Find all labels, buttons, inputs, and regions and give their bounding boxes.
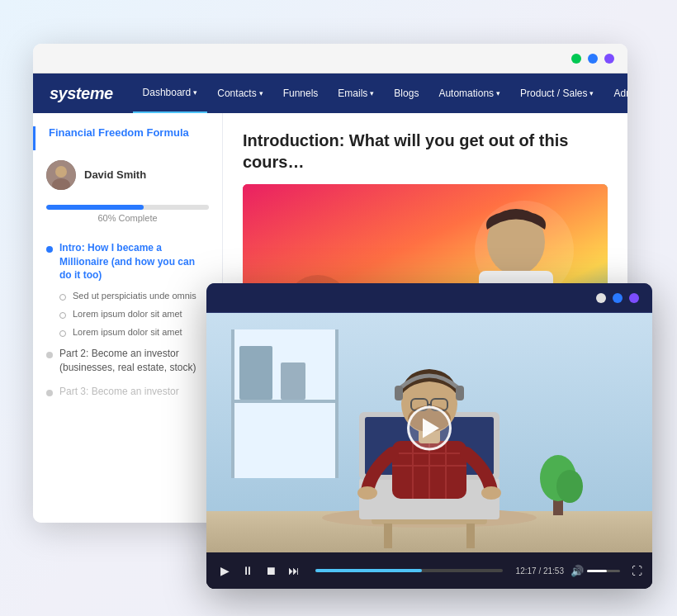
- stop-button[interactable]: ⏹: [263, 564, 279, 577]
- windows-wrapper: systeme Dashboard ▾ Contacts ▾ Funnels E…: [17, 19, 660, 597]
- bullet-1: [46, 243, 53, 257]
- nav-blogs[interactable]: Blogs: [384, 73, 428, 113]
- svg-rect-12: [231, 400, 338, 403]
- nav-dashboard[interactable]: Dashboard ▾: [133, 73, 208, 113]
- sub-bullet-2: [59, 310, 66, 320]
- front-dot-purple: [629, 293, 639, 303]
- svg-point-41: [481, 486, 501, 500]
- emails-caret: ▾: [370, 89, 374, 97]
- brand-text: systeme: [50, 84, 113, 102]
- back-dot-blue: [588, 54, 598, 64]
- svg-rect-39: [456, 386, 464, 400]
- nav-administration[interactable]: Administration: [604, 73, 627, 113]
- sub-bullet-3: [59, 329, 66, 339]
- section-item-3[interactable]: Part 3: Become an investor: [33, 380, 222, 405]
- time-display: 12:17 / 21:53: [516, 566, 564, 576]
- progress-section: 60% Complete: [33, 200, 222, 233]
- section-item-2[interactable]: Part 2: Become an investor (businesses, …: [33, 342, 222, 380]
- bullet-3: [46, 386, 53, 400]
- video-scene: [206, 313, 652, 552]
- svg-rect-38: [395, 386, 403, 400]
- skip-forward-button[interactable]: ⏭: [286, 564, 302, 577]
- nav-items: Dashboard ▾ Contacts ▾ Funnels Emails ▾ …: [133, 73, 627, 113]
- sub-item-3[interactable]: Lorem ipsum dolor sit amet: [33, 324, 222, 342]
- front-dot-blue: [613, 293, 623, 303]
- video-player: ▶ ⏸ ⏹ ⏭ 12:17 / 21:53: [206, 313, 652, 589]
- back-titlebar: [33, 44, 627, 73]
- svg-rect-10: [231, 329, 234, 478]
- avatar: [46, 160, 76, 190]
- volume-section: 🔊: [570, 565, 620, 577]
- bullet-2: [46, 348, 53, 362]
- sidebar: Financial Freedom Formula David Smith: [33, 113, 223, 523]
- back-dot-green: [571, 54, 581, 64]
- sub-item-1[interactable]: Sed ut perspiciatis unde omnis: [33, 287, 222, 306]
- dashboard-caret: ▾: [193, 88, 197, 97]
- nav-contacts[interactable]: Contacts ▾: [207, 73, 272, 113]
- sidebar-course-title: Financial Freedom Formula: [33, 126, 222, 150]
- svg-rect-14: [281, 362, 305, 400]
- progress-fill: [315, 569, 422, 572]
- user-info: David Smith: [33, 150, 222, 200]
- play-button[interactable]: [407, 406, 452, 451]
- course-title: Introduction: What will you get out of t…: [243, 130, 608, 173]
- progress-track[interactable]: [315, 569, 503, 572]
- play-icon: [423, 419, 439, 438]
- svg-rect-11: [335, 329, 338, 478]
- nav-automations[interactable]: Automations ▾: [428, 73, 510, 113]
- fullscreen-button[interactable]: ⛶: [632, 565, 642, 577]
- svg-point-40: [357, 486, 377, 500]
- progress-label: 60% Complete: [46, 213, 209, 223]
- progress-bar-inner: [46, 205, 144, 210]
- play-pause-button[interactable]: ▶: [216, 564, 233, 577]
- contacts-caret: ▾: [259, 89, 263, 97]
- svg-point-25: [556, 470, 583, 503]
- avatar-svg: [46, 160, 76, 190]
- user-name: David Smith: [84, 168, 146, 181]
- front-dot-white: [596, 293, 606, 303]
- section-item-1[interactable]: Intro: How I became a Millionaire (and h…: [33, 236, 222, 287]
- svg-rect-19: [466, 524, 475, 548]
- back-dot-purple: [604, 54, 614, 64]
- avatar-image: [46, 160, 76, 190]
- volume-bar[interactable]: [587, 570, 620, 572]
- svg-point-1: [55, 166, 67, 178]
- nav-emails[interactable]: Emails ▾: [328, 73, 384, 113]
- nav-funnels[interactable]: Funnels: [273, 73, 329, 113]
- browser-front: ▶ ⏸ ⏹ ⏭ 12:17 / 21:53: [206, 283, 652, 589]
- sub-bullet-1: [59, 292, 66, 302]
- volume-icon[interactable]: 🔊: [570, 565, 584, 577]
- nav-product-sales[interactable]: Product / Sales ▾: [510, 73, 604, 113]
- front-titlebar: [206, 283, 652, 313]
- automations-caret: ▾: [496, 89, 500, 97]
- brand-logo[interactable]: systeme: [50, 84, 113, 103]
- svg-rect-13: [239, 346, 272, 400]
- product-caret: ▾: [589, 89, 594, 97]
- pause-button[interactable]: ⏸: [239, 564, 256, 577]
- volume-fill: [587, 570, 607, 572]
- sub-item-2[interactable]: Lorem ipsum dolor sit amet: [33, 306, 222, 324]
- course-section: Intro: How I became a Millionaire (and h…: [33, 233, 222, 409]
- svg-rect-18: [384, 524, 392, 548]
- video-controls: ▶ ⏸ ⏹ ⏭ 12:17 / 21:53: [206, 552, 652, 589]
- progress-bar-outer: [46, 205, 209, 210]
- navbar: systeme Dashboard ▾ Contacts ▾ Funnels E…: [33, 73, 627, 113]
